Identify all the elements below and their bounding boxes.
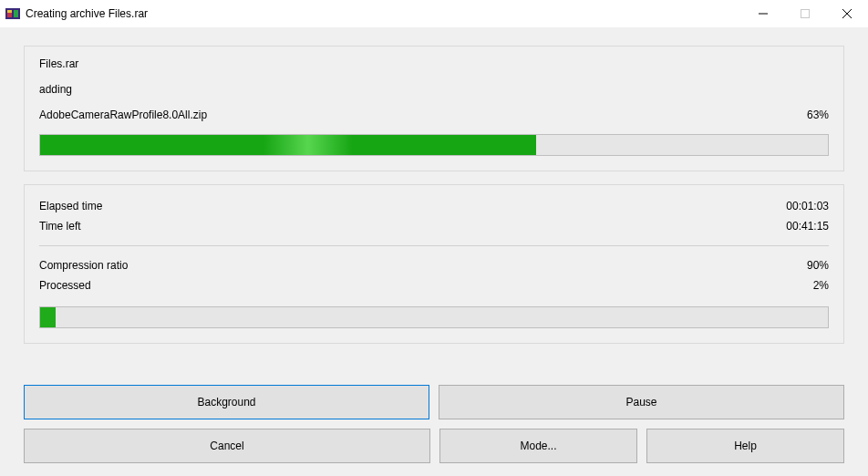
window-title: Creating archive Files.rar bbox=[26, 7, 148, 20]
time-left-value: 00:41:15 bbox=[786, 220, 829, 233]
processed-label: Processed bbox=[39, 279, 91, 292]
time-left-label: Time left bbox=[39, 220, 81, 233]
svg-rect-3 bbox=[7, 10, 12, 13]
minimize-button[interactable] bbox=[742, 0, 784, 27]
compression-ratio-label: Compression ratio bbox=[39, 259, 128, 272]
mode-button[interactable]: Mode... bbox=[439, 429, 637, 463]
archive-name: Files.rar bbox=[39, 57, 829, 70]
app-icon bbox=[5, 6, 20, 21]
maximize-button bbox=[784, 0, 826, 27]
compression-ratio-value: 90% bbox=[807, 259, 829, 272]
divider bbox=[39, 245, 829, 246]
processed-value: 2% bbox=[813, 279, 829, 292]
background-button[interactable]: Background bbox=[24, 385, 429, 419]
total-progress-bar bbox=[39, 306, 829, 328]
pause-button[interactable]: Pause bbox=[439, 385, 844, 419]
button-area: Background Pause Cancel Mode... Help bbox=[24, 385, 844, 463]
close-button[interactable] bbox=[826, 0, 868, 27]
elapsed-time-label: Elapsed time bbox=[39, 200, 102, 212]
action-label: adding bbox=[39, 83, 829, 96]
app-window: Creating archive Files.rar Files.rar add… bbox=[0, 0, 868, 476]
file-progress-bar bbox=[39, 134, 829, 156]
client-area: Files.rar adding AdobeCameraRawProfile8.… bbox=[0, 27, 868, 476]
progress-panel: Files.rar adding AdobeCameraRawProfile8.… bbox=[24, 46, 844, 171]
cancel-button[interactable]: Cancel bbox=[24, 429, 430, 463]
help-button[interactable]: Help bbox=[646, 429, 844, 463]
titlebar: Creating archive Files.rar bbox=[0, 0, 868, 27]
window-controls bbox=[742, 0, 868, 27]
current-file: AdobeCameraRawProfile8.0All.zip bbox=[39, 109, 207, 121]
elapsed-time-value: 00:01:03 bbox=[786, 200, 829, 212]
file-percent: 63% bbox=[807, 109, 829, 121]
stats-panel: Elapsed time 00:01:03 Time left 00:41:15… bbox=[24, 184, 844, 344]
svg-rect-2 bbox=[14, 10, 18, 17]
svg-rect-5 bbox=[801, 10, 810, 18]
